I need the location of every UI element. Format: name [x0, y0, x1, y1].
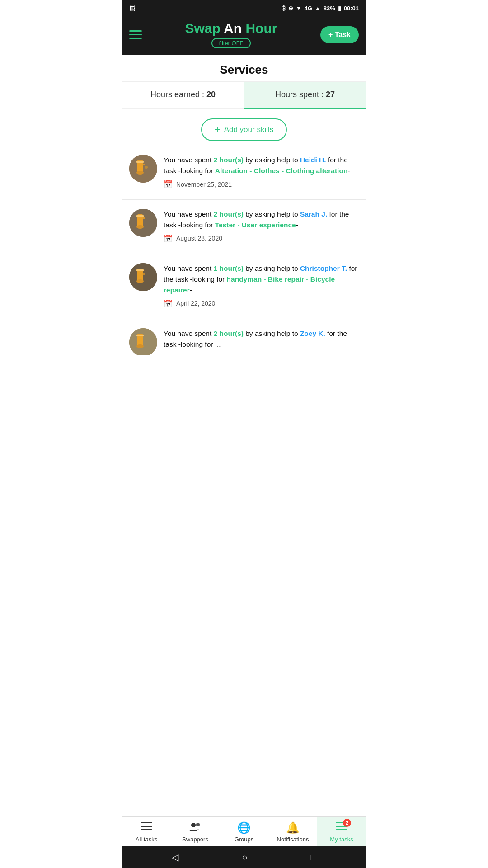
calendar-icon: 📅	[164, 179, 173, 190]
avatar	[129, 328, 157, 355]
date-label: August 28, 2020	[176, 234, 222, 244]
calendar-icon: 📅	[164, 298, 173, 310]
date-label: November 25, 2021	[176, 180, 232, 190]
network-label: 4G	[305, 5, 312, 12]
svg-point-5	[145, 166, 148, 169]
svg-rect-2	[136, 161, 144, 163]
plus-icon: +	[215, 124, 221, 136]
date-label: April 22, 2020	[176, 299, 215, 309]
hours-value: 2 hour(s)	[214, 156, 244, 164]
hours-value: 2 hour(s)	[214, 210, 244, 218]
status-bar: 🖼 ₿ ⊖ ▼ 4G ▲ 83% ▮ 09:01	[122, 0, 366, 16]
hamburger-menu[interactable]	[129, 30, 142, 39]
calendar-icon: 📅	[164, 233, 173, 245]
hours-spent-label: Hours spent :	[275, 90, 326, 99]
person-name[interactable]: Christopher T.	[300, 264, 347, 272]
activity-text: You have spent 2 hour(s) by asking help …	[164, 328, 359, 350]
add-skills-label: Add your skills	[224, 125, 274, 134]
hours-spent-tab[interactable]: Hours spent : 27	[244, 82, 366, 109]
hours-earned-label: Hours earned :	[150, 90, 206, 99]
svg-point-19	[136, 344, 144, 348]
activity-date: 📅 November 25, 2021	[164, 179, 359, 190]
svg-point-9	[136, 225, 144, 229]
activity-item: You have spent 2 hour(s) by asking help …	[122, 200, 366, 254]
avatar	[129, 155, 157, 183]
dnd-icon: ⊖	[288, 5, 293, 12]
svg-rect-0	[129, 155, 157, 183]
signal-icon: ▲	[315, 5, 321, 12]
svg-rect-15	[143, 273, 145, 275]
task-name[interactable]: Tester - User experience	[215, 221, 296, 229]
svg-rect-8	[136, 215, 144, 217]
activity-date: 📅 April 22, 2020	[164, 298, 359, 310]
title-swap: Swap	[185, 21, 221, 36]
activity-item: You have spent 2 hour(s) by asking help …	[122, 319, 366, 355]
app-header: Swap An Hour filter OFF + Task	[122, 16, 366, 55]
status-right: ₿ ⊖ ▼ 4G ▲ 83% ▮ 09:01	[282, 5, 359, 12]
activity-text: You have spent 1 hour(s) by asking help …	[164, 263, 359, 310]
page-title: Services	[122, 55, 366, 82]
battery-icon: ▮	[338, 5, 341, 12]
hours-value: 1 hour(s)	[214, 264, 244, 272]
add-task-button[interactable]: + Task	[320, 26, 359, 43]
avatar	[129, 209, 157, 237]
title-an: An	[221, 21, 246, 36]
svg-rect-4	[143, 164, 145, 165]
hours-tabs: Hours earned : 20 Hours spent : 27	[122, 82, 366, 109]
hours-value: 2 hour(s)	[214, 330, 244, 337]
activity-item: You have spent 2 hour(s) by asking help …	[122, 146, 366, 200]
add-skills-section: + Add your skills	[122, 109, 366, 146]
app-title: Swap An Hour	[142, 21, 320, 36]
hours-earned-value: 20	[206, 90, 216, 99]
person-name[interactable]: Zoey K.	[300, 330, 325, 337]
task-name[interactable]: handyman - Bike repair - Bicycle repaire…	[164, 275, 335, 294]
status-left: 🖼	[129, 5, 135, 12]
activity-text: You have spent 2 hour(s) by asking help …	[164, 155, 359, 190]
filter-badge[interactable]: filter OFF	[211, 38, 250, 48]
activity-date: 📅 August 28, 2020	[164, 233, 359, 245]
svg-rect-16	[129, 328, 157, 355]
wifi-icon: ▼	[296, 5, 302, 12]
hours-spent-value: 27	[326, 90, 335, 99]
photo-icon: 🖼	[129, 5, 135, 12]
task-name[interactable]: Alteration - Clothes - Clothing alterati…	[215, 167, 348, 175]
title-hour: Hour	[245, 21, 277, 36]
avatar	[129, 263, 157, 291]
main-content: Services Hours earned : 20 Hours spent :…	[122, 55, 366, 405]
svg-point-14	[136, 279, 144, 283]
hours-earned-tab[interactable]: Hours earned : 20	[122, 82, 244, 108]
bluetooth-icon: ₿	[282, 5, 286, 12]
person-name[interactable]: Heidi H.	[300, 156, 326, 164]
svg-rect-10	[143, 217, 145, 219]
activity-item: You have spent 1 hour(s) by asking help …	[122, 254, 366, 319]
svg-rect-11	[129, 263, 157, 291]
battery-label: 83%	[324, 5, 335, 12]
activity-list: You have spent 2 hour(s) by asking help …	[122, 146, 366, 355]
person-name[interactable]: Sarah J.	[300, 210, 327, 218]
time-label: 09:01	[344, 5, 359, 12]
svg-rect-6	[129, 209, 157, 237]
activity-text: You have spent 2 hour(s) by asking help …	[164, 209, 359, 245]
header-title-block: Swap An Hour filter OFF	[142, 21, 320, 48]
svg-point-3	[136, 171, 144, 175]
add-skills-button[interactable]: + Add your skills	[201, 118, 287, 141]
svg-rect-18	[136, 335, 144, 336]
svg-rect-13	[136, 269, 144, 271]
